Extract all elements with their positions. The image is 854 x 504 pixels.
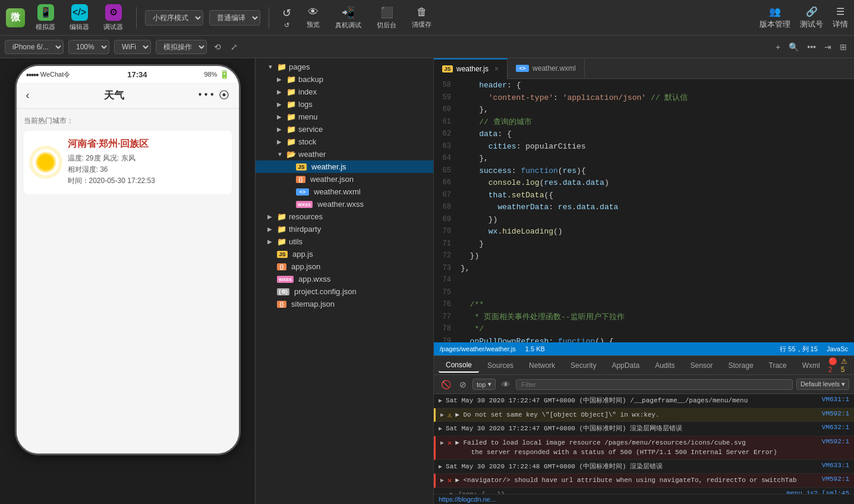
console-entry[interactable]: ▶ Sat May 30 2020 17:22:47 GMT+0800 (中国标… <box>434 422 854 436</box>
tree-item-logs[interactable]: ▶ 📁 logs <box>256 98 433 111</box>
dt-clear-button[interactable]: 🚫 <box>439 379 453 390</box>
tree-item-stock[interactable]: ▶ 📁 stock <box>256 136 433 148</box>
version-button[interactable]: 👥 版本管理 <box>760 6 790 30</box>
console-entry[interactable]: ▶ Sat May 30 2020 17:22:48 GMT+0800 (中国标… <box>434 460 854 474</box>
compile-button[interactable]: ↺ ↺ ↺ <box>278 4 296 32</box>
debugger-button[interactable]: ⚙ 调试器 <box>99 2 128 34</box>
console-source-link[interactable]: VM592:1 <box>822 475 849 483</box>
separator-2 <box>269 7 269 29</box>
code-line: 75 <box>434 286 854 299</box>
console-entry[interactable]: ▶ ⚠ ▶ Do not set same key \"[object Obje… <box>434 408 854 423</box>
tree-item-sitemap[interactable]: {} sitemap.json <box>256 298 433 310</box>
devtools-tab-audits[interactable]: Audits <box>648 359 682 372</box>
dt-eye-button[interactable]: 👁 <box>499 379 512 390</box>
tree-item-weather-wxss[interactable]: wxss weather.wxss <box>256 198 433 210</box>
debugmode-button[interactable]: 📲 真机调试 <box>330 4 366 32</box>
indent-icon[interactable]: ⇥ <box>822 41 834 53</box>
chevron-right-icon: ▶ <box>277 138 284 145</box>
tree-item-resources[interactable]: ▶ 📁 resources <box>256 210 433 223</box>
phone-status-bar: ●●●●● WeChat令 17:34 98% 🔋 <box>17 66 239 83</box>
preview-button[interactable]: 👁 预览 <box>302 4 324 32</box>
devtools-tab-trace[interactable]: Trace <box>762 359 794 372</box>
default-levels-select[interactable]: Default levels ▾ <box>796 379 849 390</box>
devtools-tab-storage[interactable]: Storage <box>721 359 761 372</box>
nav-more-button[interactable]: • • • <box>198 89 214 102</box>
console-entry[interactable]: ▶ {app: {...}} menu.js? [sm]:45 <box>434 488 854 494</box>
status-right: 98% 🔋 <box>204 70 229 79</box>
devtools-tab-security[interactable]: Security <box>563 359 603 372</box>
tab-close-button[interactable]: × <box>494 65 499 73</box>
expand-icon[interactable]: ▶ <box>439 396 442 404</box>
compile-select[interactable]: 普通编译 <box>209 10 260 26</box>
nav-title: 天气 <box>30 89 198 102</box>
console-entry[interactable]: ▶ ✕ ▶ <navigator/> should have url attri… <box>434 474 854 488</box>
console-source-link[interactable]: VM632:1 <box>822 424 849 431</box>
current-city-label: 当前热门城市： <box>24 116 232 126</box>
rotate-icon[interactable]: ⟲ <box>212 41 223 53</box>
code-editor[interactable]: 58 header: { 59 'content-type': 'applica… <box>434 79 854 342</box>
tree-item-app-wxss[interactable]: wxss app.wxss <box>256 273 433 285</box>
tree-item-weather-js[interactable]: JS weather.js <box>256 160 433 173</box>
devtools-tab-sources[interactable]: Sources <box>480 359 521 372</box>
simulator-button[interactable]: 📱 模拟器 <box>31 2 60 34</box>
tree-item-app-js[interactable]: JS app.js <box>256 248 433 260</box>
console-source-link[interactable]: VM631:1 <box>822 396 849 403</box>
tree-item-app-json[interactable]: {} app.json <box>256 260 433 273</box>
tree-item-thirdparty[interactable]: ▶ 📁 thirdparty <box>256 223 433 235</box>
tree-item-project-config[interactable]: {⚙} project.config.json <box>256 285 433 298</box>
tab-weather-wxml[interactable]: <> weather.wxml <box>508 58 585 79</box>
console-source-link[interactable]: VM592:1 <box>822 438 849 445</box>
tree-item-utils[interactable]: ▶ 📁 utils <box>256 235 433 248</box>
expand-icon[interactable]: ▶ <box>440 438 444 446</box>
file-tree-panel: ▼ 📁 pages ▶ 📁 backup ▶ 📁 index ▶ 📁 logs … <box>256 58 434 504</box>
devtools-tab-network[interactable]: Network <box>522 359 562 372</box>
tree-item-weather[interactable]: ▼ 📂 weather <box>256 148 433 160</box>
console-filter-input[interactable] <box>516 379 793 390</box>
code-line: 60 }, <box>434 103 854 116</box>
console-entry[interactable]: ▶ Sat May 30 2020 17:22:47 GMT+0800 (中国标… <box>434 394 854 408</box>
compile-text: ↺ <box>284 21 289 29</box>
expand-icon[interactable]: ▶ <box>440 475 444 484</box>
devtools-tabs: Console Sources Network Security AppData… <box>434 356 854 375</box>
zoom-select[interactable]: 100% <box>68 40 109 54</box>
expand-icon[interactable]: ▶ <box>439 424 442 432</box>
devtools-tab-console[interactable]: Console <box>439 358 479 373</box>
tree-item-backup[interactable]: ▶ 📁 backup <box>256 73 433 86</box>
dt-pause-button[interactable]: ⊘ <box>457 379 469 390</box>
cutback-button[interactable]: ⬛ 切后台 <box>372 4 401 32</box>
tree-item-menu[interactable]: ▶ 📁 menu <box>256 111 433 123</box>
tab-weather-js[interactable]: JS weather.js × <box>434 58 508 79</box>
mode-select[interactable]: 小程序模式 <box>145 10 203 26</box>
more-icon[interactable]: ••• <box>805 41 818 53</box>
tree-item-weather-json[interactable]: {} weather.json <box>256 173 433 185</box>
devtools-tab-sensor[interactable]: Sensor <box>683 359 720 372</box>
console-source-link[interactable]: menu.js? [sm]:45 <box>786 490 849 494</box>
expand-icon[interactable]: ⤢ <box>228 41 240 53</box>
console-source-link[interactable]: VM592:1 <box>822 410 849 417</box>
editor-button[interactable]: </> 编辑器 <box>65 2 94 34</box>
devtools-tab-appdata[interactable]: AppData <box>604 359 647 372</box>
devtools-tab-wxml[interactable]: Wxml <box>795 359 827 372</box>
search-icon[interactable]: 🔍 <box>786 41 801 53</box>
network-select[interactable]: WiFi <box>114 40 151 54</box>
console-entry[interactable]: ▶ ✕ ▶ Failed to load local image resourc… <box>434 436 854 460</box>
layout-icon[interactable]: ⊞ <box>837 41 849 53</box>
expand-icon[interactable]: ▶ <box>440 410 444 418</box>
tree-item-index[interactable]: ▶ 📁 index <box>256 86 433 98</box>
weather-card: 河南省·郑州·回族区 温度: 29度 风况: 东风 相对湿度: 36 时间：20… <box>24 131 232 194</box>
clearcache-button[interactable]: 🗑 清缓存 <box>407 4 436 32</box>
ops-select[interactable]: 模拟操作 <box>156 40 207 54</box>
detail-button[interactable]: ☰ 详情 <box>833 6 848 30</box>
tree-item-service[interactable]: ▶ 📁 service <box>256 123 433 136</box>
context-select[interactable]: top ▾ <box>472 379 496 390</box>
add-icon[interactable]: + <box>773 41 783 53</box>
test-button[interactable]: 🔗 测试号 <box>800 6 823 30</box>
tree-item-weather-wxml[interactable]: <> weather.wxml <box>256 185 433 198</box>
devtools-more-button[interactable]: ⋮ <box>851 360 854 371</box>
device-select[interactable]: iPhone 6/... <box>5 40 64 54</box>
expand-icon[interactable]: ▶ <box>439 462 442 470</box>
nav-record-button[interactable]: ⦿ <box>219 89 229 102</box>
console-source-link[interactable]: VM633:1 <box>822 462 849 469</box>
tree-item-pages[interactable]: ▼ 📁 pages <box>256 61 433 73</box>
code-status-bar: /pages/weather/weather.js 1.5 KB 行 55，列 … <box>434 342 854 355</box>
